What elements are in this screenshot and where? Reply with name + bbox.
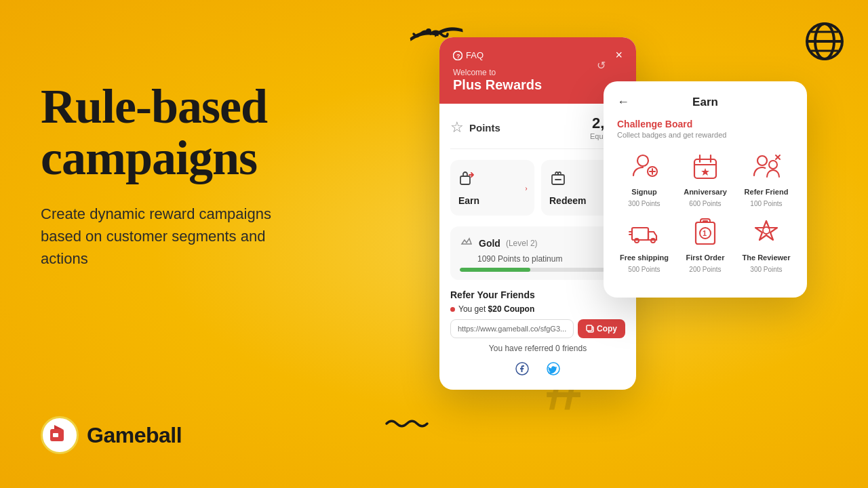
tier-level: (Level 2) xyxy=(506,239,538,248)
svg-rect-38 xyxy=(703,220,708,222)
svg-rect-14 xyxy=(587,325,592,331)
gameball-globe-icon xyxy=(805,22,844,61)
first-order-icon: 1 xyxy=(688,214,723,249)
faq-label: ? FAQ xyxy=(453,50,484,60)
facebook-icon[interactable] xyxy=(512,359,532,379)
svg-marker-39 xyxy=(755,221,777,240)
signup-badge-points: 300 Points xyxy=(628,200,660,207)
earn-card[interactable]: Earn › xyxy=(450,160,534,216)
earn-widget: ← Earn Challenge Board Collect badges an… xyxy=(604,81,807,298)
badge-free-shipping[interactable]: Free shipping 500 Points xyxy=(617,214,671,273)
rewards-title: Plus Rewards xyxy=(453,77,623,93)
logo-text: Gameball xyxy=(87,423,182,448)
first-order-badge-points: 200 Points xyxy=(689,266,721,273)
svg-point-17 xyxy=(637,155,648,166)
shipping-badge-name: Free shipping xyxy=(620,253,669,262)
badge-grid: Signup 300 Points Anniversary 600 Points xyxy=(617,148,793,273)
refer-link-input[interactable] xyxy=(450,319,574,338)
badge-first-order[interactable]: 1 First Order 200 Points xyxy=(678,214,732,273)
reviewer-icon xyxy=(749,214,784,249)
svg-point-27 xyxy=(769,161,777,169)
signup-icon xyxy=(627,148,662,184)
social-row xyxy=(450,359,625,379)
refer-friend-badge-name: Refer Friend xyxy=(745,188,789,196)
refer-coupon-text: You get $20 Coupon xyxy=(458,304,534,314)
tier-row: Gold (Level 2) 1090 Points to platinum xyxy=(450,226,625,280)
tier-progress-bar xyxy=(460,268,616,272)
points-label: Points xyxy=(469,122,500,134)
logo-area: Gameball xyxy=(41,416,182,454)
settings-icon[interactable]: ↺ xyxy=(597,59,606,72)
earn-header: ← Earn xyxy=(617,95,793,109)
main-heading: Rule-based campaigns xyxy=(41,81,393,184)
svg-point-40 xyxy=(763,227,770,234)
svg-point-0 xyxy=(426,28,431,34)
badge-reviewer[interactable]: The Reviewer 300 Points xyxy=(739,214,793,273)
first-order-badge-name: First Order xyxy=(686,253,725,262)
challenge-board-section: Challenge Board Collect badges and get r… xyxy=(617,119,793,273)
earn-arrow-icon: › xyxy=(525,183,528,193)
tier-icon xyxy=(460,235,473,251)
action-cards-grid: Earn › Redeem xyxy=(450,160,625,216)
svg-marker-25 xyxy=(701,168,709,176)
refer-title: Refer Your Friends xyxy=(450,289,535,300)
challenge-board-title: Challenge Board xyxy=(617,119,793,129)
reviewer-badge-points: 300 Points xyxy=(750,266,782,273)
badge-signup[interactable]: Signup 300 Points xyxy=(617,148,671,207)
refer-friends-count: You have referred 0 friends xyxy=(450,344,625,353)
svg-text:1: 1 xyxy=(703,229,707,237)
badge-refer-friend[interactable]: Refer Friend 100 Points xyxy=(739,148,793,207)
badge-anniversary[interactable]: Anniversary 600 Points xyxy=(678,148,732,207)
refer-friend-icon xyxy=(749,148,784,184)
refer-link-row: Copy xyxy=(450,319,625,338)
shipping-icon xyxy=(627,214,662,249)
back-arrow-button[interactable]: ← xyxy=(617,95,629,109)
refer-dot xyxy=(450,307,455,312)
signup-badge-name: Signup xyxy=(631,188,656,196)
points-row: ☆ Points 2,0... Equals $... xyxy=(450,115,625,149)
svg-marker-2 xyxy=(54,425,62,429)
refer-section: Refer Your Friends › You get $20 Coupon … xyxy=(450,289,625,379)
challenge-board-subtitle: Collect badges and get rewarded xyxy=(617,131,793,139)
earn-icon xyxy=(458,169,526,191)
tier-name: Gold xyxy=(479,238,500,249)
squiggle-bottom-svg xyxy=(380,417,434,441)
tier-progress-fill xyxy=(460,268,530,272)
anniversary-icon xyxy=(688,148,723,184)
anniversary-badge-points: 600 Points xyxy=(689,200,721,207)
points-star-icon: ☆ xyxy=(450,119,464,136)
refer-coupon-row: You get $20 Coupon xyxy=(450,304,625,314)
reviewer-badge-name: The Reviewer xyxy=(743,253,791,262)
earn-title: Earn xyxy=(692,96,718,109)
gameball-logo-svg xyxy=(47,424,72,447)
shipping-badge-points: 500 Points xyxy=(628,266,660,273)
sub-heading-text: Create dynamic reward campaigns based on… xyxy=(41,203,312,270)
svg-text:?: ? xyxy=(456,53,460,60)
svg-rect-30 xyxy=(632,228,648,240)
svg-point-26 xyxy=(757,156,767,165)
refer-friend-badge-points: 100 Points xyxy=(750,200,782,207)
left-content-area: Rule-based campaigns Create dynamic rewa… xyxy=(41,81,393,270)
tier-points-text: 1090 Points to platinum xyxy=(460,254,616,264)
anniversary-badge-name: Anniversary xyxy=(684,188,727,196)
close-button[interactable]: × xyxy=(615,48,623,62)
twitter-icon[interactable] xyxy=(543,359,564,379)
earn-label: Earn xyxy=(458,195,526,206)
copy-button[interactable]: Copy xyxy=(578,319,625,338)
logo-icon-circle xyxy=(41,416,79,454)
svg-rect-3 xyxy=(53,433,58,437)
svg-rect-11 xyxy=(460,176,470,184)
